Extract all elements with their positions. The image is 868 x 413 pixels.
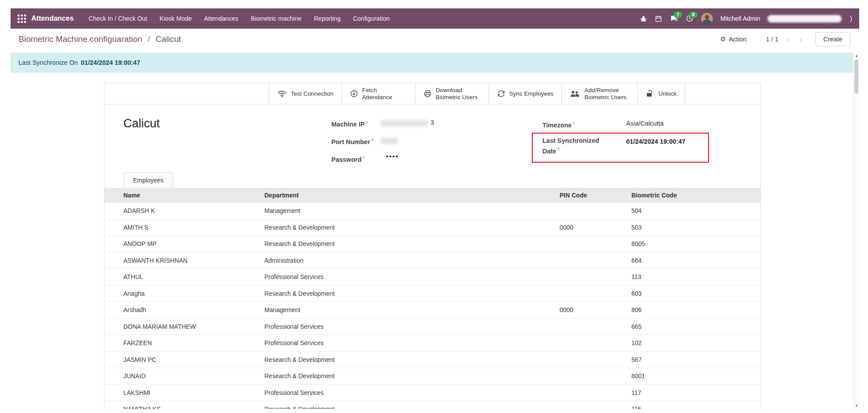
gear-icon: ⚙ <box>720 35 726 43</box>
apps-grid-icon[interactable] <box>18 15 26 23</box>
tab-employees[interactable]: Employees <box>123 172 173 188</box>
cell-biometric-code: 567 <box>631 351 760 368</box>
pager-prev-button[interactable]: ‹ <box>785 35 791 44</box>
redacted-machine-ip <box>381 120 428 127</box>
table-row[interactable]: JUNAID Research & Development 8001 <box>104 368 760 385</box>
cell-department: Research & Development <box>264 401 560 409</box>
cell-biometric-code: 603 <box>631 285 760 302</box>
table-row[interactable]: ADARSH K Management 504 <box>104 203 760 220</box>
table-row[interactable]: JASMIN PC Research & Development 567 <box>104 351 760 368</box>
machine-ip-value: 3 <box>381 118 434 127</box>
last-synchronized-date-value: 01/24/2024 19:00:47 <box>626 137 686 146</box>
redacted-company-name <box>768 15 842 22</box>
table-row[interactable]: Arshadh Management 0000 806 <box>104 302 760 319</box>
sheet-toolbar: Test Connection Fetch Attendance Downloa… <box>104 83 760 104</box>
cell-name: AMITH S <box>104 219 264 236</box>
unlock-label: Unlock <box>658 90 676 97</box>
cell-pin-code <box>560 269 631 286</box>
debug-bug-icon[interactable] <box>640 15 647 22</box>
cell-biometric-code: 8005 <box>631 236 760 253</box>
cell-biometric-code: 102 <box>631 335 760 352</box>
action-menu-button[interactable]: ⚙ Action <box>720 35 746 43</box>
cell-pin-code <box>560 384 631 401</box>
header-department[interactable]: Department <box>264 188 560 203</box>
breadcrumb-parent-link[interactable]: Biometric Machine configuaration <box>19 34 142 44</box>
fetch-attendance-icon <box>350 89 358 98</box>
sync-employees-button[interactable]: Sync Employees <box>489 83 562 104</box>
cell-name: JUNAID <box>104 368 264 385</box>
scrollbar-thumb[interactable] <box>854 60 858 94</box>
banner-label: Last Synchronize On <box>19 59 78 66</box>
password-label: Password? <box>331 153 365 164</box>
help-icon: ? <box>573 121 575 126</box>
users-group-icon <box>570 90 580 98</box>
help-icon: ? <box>371 138 373 142</box>
banner-timestamp: 01/24/2024 19:00:47 <box>81 59 141 66</box>
activities-clock-icon[interactable]: 8 <box>686 15 694 22</box>
cell-biometric-code: 665 <box>631 318 760 335</box>
systray: 7 8 Mitchell Admin ) <box>640 13 852 25</box>
control-panel-right: ⚙ Action 1 / 1 ‹ › Create <box>720 32 850 46</box>
download-biometric-users-label: Download Biometric Users <box>436 87 481 101</box>
sync-employees-label: Sync Employees <box>509 90 554 97</box>
table-row[interactable]: NAMITHA KS Research & Development 115 <box>104 401 760 409</box>
download-biometric-users-button[interactable]: Download Biometric Users <box>415 83 489 104</box>
header-name[interactable]: Name <box>104 188 264 203</box>
menu-attendances[interactable]: Attendances <box>198 8 245 29</box>
table-row[interactable]: LAKSHMI Professional Services 117 <box>104 384 760 401</box>
calendar-icon[interactable] <box>655 15 662 22</box>
cell-pin-code <box>560 236 631 253</box>
messages-badge: 7 <box>674 11 682 18</box>
table-row[interactable]: AMITH S Research & Development 0000 503 <box>104 219 760 236</box>
header-pin-code[interactable]: PIN Code <box>560 188 631 203</box>
table-row[interactable]: ASWANTH KRISHNAN Administration 664 <box>104 252 760 269</box>
menu-reporting[interactable]: Reporting <box>308 8 347 29</box>
table-row[interactable]: ANOOP MP Research & Development 8005 <box>104 236 760 253</box>
vertical-scrollbar[interactable]: ▲ ▼ <box>853 52 859 409</box>
cell-pin-code <box>560 318 631 335</box>
top-nav: Attendances Check In / Check Out Kiosk M… <box>11 8 859 29</box>
table-row[interactable]: DONA MARIAM MATHEW Professional Services… <box>104 318 760 335</box>
scroll-up-icon[interactable]: ▲ <box>853 54 859 58</box>
menu-biometric-machine[interactable]: Biometric machine <box>245 8 308 29</box>
cell-biometric-code: 117 <box>631 384 760 401</box>
fetch-attendance-button[interactable]: Fetch Attendance <box>341 83 415 104</box>
cell-pin-code <box>560 285 631 302</box>
table-row[interactable]: FARZEEN Professional Services 102 <box>104 335 760 352</box>
user-avatar[interactable] <box>701 13 713 25</box>
user-name[interactable]: Mitchell Admin <box>720 15 760 22</box>
cell-name: Anagha <box>104 285 264 302</box>
action-label: Action <box>729 36 746 43</box>
table-row[interactable]: Anagha Research & Development 603 <box>104 285 760 302</box>
app-name[interactable]: Attendances <box>31 15 74 22</box>
last-sync-banner: Last Synchronize On 01/24/2024 19:00:47 <box>11 52 859 73</box>
cell-department: Management <box>264 203 560 220</box>
breadcrumb: Biometric Machine configuaration / Calic… <box>19 34 181 44</box>
menu-configuration[interactable]: Configuration <box>347 8 396 29</box>
record-title: Calicut <box>123 117 160 130</box>
cell-name: NAMITHA KS <box>104 401 264 409</box>
unlock-button[interactable]: Unlock <box>637 83 685 104</box>
cell-name: ATHUL <box>104 269 264 286</box>
create-button[interactable]: Create <box>815 32 850 46</box>
cell-pin-code: 0000 <box>560 302 631 319</box>
messages-icon[interactable]: 7 <box>670 15 678 22</box>
pager-next-button[interactable]: › <box>798 35 804 44</box>
cell-biometric-code: 664 <box>631 252 760 269</box>
header-biometric-code[interactable]: Biometric Code <box>631 188 760 203</box>
user-suffix: ) <box>850 15 852 22</box>
cell-biometric-code: 503 <box>631 219 760 236</box>
machine-ip-label: Machine IP? <box>331 118 368 129</box>
test-connection-button[interactable]: Test Connection <box>269 83 341 104</box>
add-remove-biometric-users-label: Add/Remove Biometric Users <box>584 87 629 101</box>
main-menu: Check In / Check Out Kiosk Mode Attendan… <box>82 8 396 29</box>
add-remove-biometric-users-button[interactable]: Add/Remove Biometric Users <box>561 83 637 104</box>
scroll-down-icon[interactable]: ▼ <box>853 404 859 408</box>
cell-name: FARZEEN <box>104 335 264 352</box>
menu-kiosk-mode[interactable]: Kiosk Mode <box>153 8 198 29</box>
menu-check-in-out[interactable]: Check In / Check Out <box>82 8 153 29</box>
table-row[interactable]: ATHUL Professional Services 113 <box>104 269 760 286</box>
toolbar-spacer <box>104 83 269 104</box>
cell-name: DONA MARIAM MATHEW <box>104 318 264 335</box>
cell-department: Research & Development <box>264 236 560 253</box>
